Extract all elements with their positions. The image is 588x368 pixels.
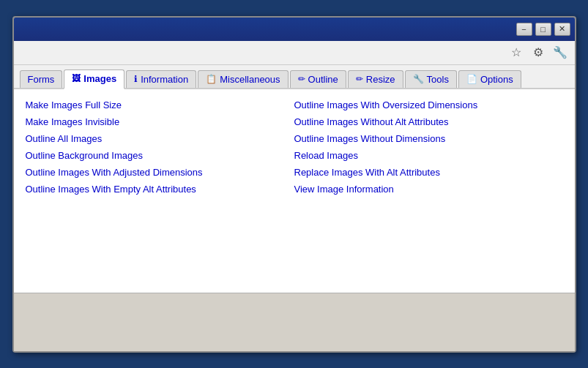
menu-make-images-full-size[interactable]: Make Images Full Size (26, 97, 294, 113)
tab-options[interactable]: 📄 Options (458, 70, 521, 88)
menu-replace-alt-attributes[interactable]: Replace Images With Alt Attributes (294, 164, 563, 181)
menu-outline-adjusted-dimensions[interactable]: Outline Images With Adjusted Dimensions (26, 164, 294, 181)
wrench-icon[interactable]: 🔧 (551, 44, 569, 61)
menu-make-images-invisible[interactable]: Make Images Invisible (26, 113, 294, 130)
toolbar: ☆ ⚙ 🔧 (14, 41, 575, 65)
content-area: Make Images Full Size Outline Images Wit… (14, 89, 575, 293)
tab-resize-label: Resize (366, 74, 395, 85)
menu-outline-images-no-dimensions[interactable]: Outline Images Without Dimensions (294, 130, 563, 147)
tab-images-label: Images (83, 73, 116, 84)
information-tab-icon: ℹ (134, 74, 138, 84)
close-button[interactable]: ✕ (554, 23, 570, 36)
tab-images[interactable]: 🖼 Images (64, 70, 124, 89)
tab-tools-label: Tools (427, 74, 449, 85)
title-bar: − □ ✕ (14, 18, 575, 41)
menu-outline-empty-alt[interactable]: Outline Images With Empty Alt Attributes (26, 181, 294, 198)
options-tab-icon: 📄 (466, 74, 477, 84)
tab-tools[interactable]: 🔧 Tools (405, 70, 457, 88)
gear-icon[interactable]: ⚙ (529, 44, 547, 61)
menu-outline-all-images[interactable]: Outline All Images (26, 130, 294, 147)
tab-miscellaneous-label: Miscellaneous (220, 74, 280, 85)
resize-tab-icon: ✏ (356, 74, 363, 84)
menu-reload-images[interactable]: Reload Images (294, 147, 563, 164)
outline-tab-icon: ✏ (298, 74, 305, 84)
miscellaneous-tab-icon: 📋 (206, 74, 217, 84)
maximize-button[interactable]: □ (535, 23, 551, 36)
tools-tab-icon: 🔧 (413, 74, 424, 84)
bookmark-icon[interactable]: ☆ (507, 44, 525, 61)
tab-resize[interactable]: ✏ Resize (348, 70, 403, 88)
nav-tabs: Forms 🖼 Images ℹ Information 📋 Miscellan… (14, 65, 575, 89)
bottom-area (14, 293, 575, 351)
tab-forms[interactable]: Forms (20, 70, 63, 88)
tab-outline[interactable]: ✏ Outline (290, 70, 346, 88)
minimize-button[interactable]: − (516, 23, 532, 36)
window-controls: − □ ✕ (516, 23, 570, 36)
tab-information-label: Information (141, 74, 188, 85)
menu-outline-images-oversized[interactable]: Outline Images With Oversized Dimensions (294, 97, 563, 113)
tab-options-label: Options (480, 74, 513, 85)
tab-forms-label: Forms (28, 74, 55, 85)
tab-outline-label: Outline (308, 74, 338, 85)
menu-outline-background-images[interactable]: Outline Background Images (26, 147, 294, 164)
tab-miscellaneous[interactable]: 📋 Miscellaneous (198, 70, 288, 88)
menu-outline-images-no-alt[interactable]: Outline Images Without Alt Attributes (294, 113, 563, 130)
images-tab-icon: 🖼 (72, 73, 81, 83)
browser-window: − □ ✕ ☆ ⚙ 🔧 Forms 🖼 Images ℹ Information (12, 16, 576, 353)
menu-view-image-info[interactable]: View Image Information (294, 181, 563, 198)
tab-information[interactable]: ℹ Information (126, 70, 196, 88)
